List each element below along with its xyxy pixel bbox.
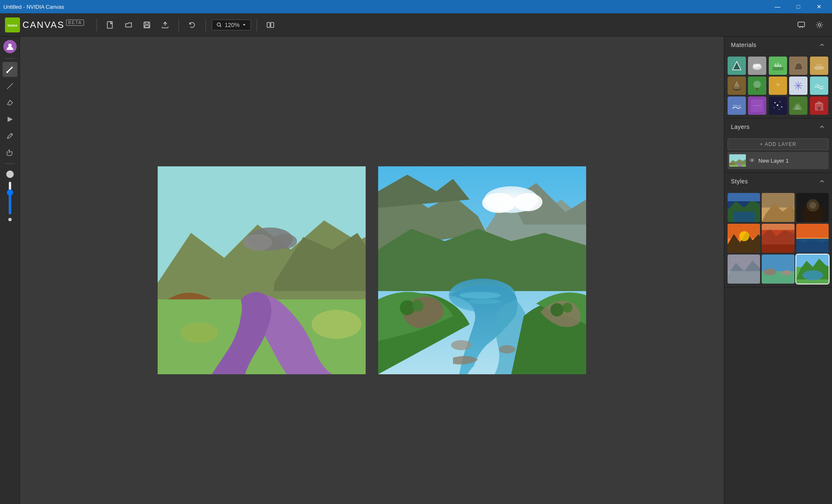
svg-point-11 [8, 44, 12, 47]
materials-collapse-icon [819, 42, 825, 48]
material-snow[interactable] [789, 77, 807, 95]
titlebar: Untitled - NVIDIA Canvas — □ ✕ [0, 0, 832, 13]
chat-button[interactable] [794, 17, 809, 32]
brush-size-slider-container [6, 167, 14, 225]
material-dirt[interactable] [728, 77, 746, 95]
undo-button[interactable] [185, 17, 200, 32]
beta-badge: BETA [66, 20, 84, 26]
titlebar-title: Untitled - NVIDIA Canvas [3, 4, 64, 10]
svg-point-70 [781, 106, 782, 108]
material-desert[interactable] [769, 77, 787, 95]
minimize-button[interactable]: — [768, 0, 787, 13]
material-tree[interactable] [748, 77, 766, 95]
layers-collapse-icon [819, 124, 825, 130]
zoom-value: 120% [225, 22, 240, 28]
styles-title: Styles [731, 178, 748, 185]
svg-point-10 [818, 24, 821, 26]
style-ocean-sunset[interactable] [796, 224, 829, 253]
toolbar: NVIDIA CANVASBETA [0, 13, 832, 37]
styles-collapse-icon [819, 178, 825, 185]
svg-point-56 [753, 81, 761, 88]
maximize-button[interactable]: □ [789, 0, 808, 13]
fill-tool[interactable] [2, 112, 17, 127]
layers-title: Layers [731, 124, 750, 130]
generated-photo-canvas[interactable] [378, 166, 586, 374]
save-button[interactable] [139, 17, 154, 32]
svg-point-67 [780, 101, 780, 102]
eyedropper-tool[interactable] [2, 128, 17, 143]
svg-rect-83 [728, 193, 760, 201]
toolbar-separator-2 [178, 19, 179, 31]
svg-point-46 [757, 64, 761, 67]
svg-marker-75 [815, 101, 823, 104]
material-rock[interactable] [789, 57, 807, 75]
tool-separator-2 [5, 163, 15, 164]
brush-tool[interactable] [2, 62, 17, 77]
style-desert-storm[interactable] [762, 193, 794, 222]
svg-rect-9 [798, 22, 805, 27]
svg-rect-8 [271, 22, 274, 27]
layers-header[interactable]: Layers [724, 119, 832, 135]
left-sidebar [0, 37, 20, 504]
eraser-tool[interactable] [2, 95, 17, 110]
svg-point-90 [810, 202, 816, 209]
styles-header[interactable]: Styles [724, 173, 832, 190]
open-button[interactable] [121, 17, 136, 32]
svg-point-108 [764, 269, 776, 275]
layer-name: New Layer 1 [758, 158, 789, 164]
svg-point-20 [272, 234, 297, 249]
style-mountain-lake[interactable] [728, 193, 760, 222]
layer-item[interactable]: 👁 New Layer 1 [728, 152, 829, 169]
svg-rect-79 [729, 165, 746, 167]
settings-button[interactable] [812, 17, 827, 32]
svg-line-58 [776, 84, 778, 85]
new-button[interactable] [103, 17, 118, 32]
segmentation-canvas[interactable] [158, 166, 366, 374]
layer-thumbnail [729, 154, 746, 167]
svg-rect-2 [107, 22, 112, 28]
close-button[interactable]: ✕ [810, 0, 829, 13]
style-dark-cave[interactable] [796, 193, 829, 222]
line-tool[interactable] [2, 79, 17, 94]
material-water-light[interactable] [810, 77, 828, 95]
title-text: Untitled - NVIDIA Canvas [3, 4, 64, 10]
svg-rect-7 [267, 22, 270, 27]
svg-point-94 [739, 231, 749, 241]
brush-size-slider[interactable] [9, 181, 11, 215]
export-button[interactable] [158, 17, 173, 32]
add-layer-button[interactable]: + ADD LAYER [728, 138, 829, 150]
style-coastal-rocks[interactable] [762, 254, 794, 284]
layer-visibility-icon[interactable]: 👁 [749, 157, 755, 164]
svg-point-69 [774, 107, 775, 108]
materials-header[interactable]: Materials [724, 37, 832, 53]
svg-rect-76 [818, 107, 820, 110]
svg-line-13 [7, 83, 13, 89]
svg-marker-50 [779, 64, 782, 67]
style-sunset-mountain[interactable] [728, 224, 760, 253]
style-alpine-lake[interactable] [796, 254, 829, 284]
toolbar-separator-1 [97, 19, 97, 31]
material-stars[interactable] [769, 96, 787, 115]
compare-button[interactable] [263, 17, 278, 32]
pan-tool[interactable] [2, 145, 17, 160]
material-mountain-peak[interactable] [728, 57, 746, 75]
material-meadow[interactable] [789, 96, 807, 115]
svg-point-113 [802, 270, 823, 280]
style-foggy-mountains[interactable] [728, 254, 760, 284]
material-building[interactable] [810, 96, 828, 115]
brush-size-small[interactable] [8, 218, 12, 221]
svg-marker-55 [734, 82, 740, 89]
user-avatar[interactable] [3, 40, 17, 53]
material-purple-field[interactable] [748, 96, 766, 115]
material-grass[interactable] [769, 57, 787, 75]
material-sand[interactable] [810, 57, 828, 75]
style-red-rocks[interactable] [762, 224, 794, 253]
layers-content: + ADD LAYER 👁 New Layer 1 [724, 135, 832, 173]
brush-size-large[interactable] [6, 170, 14, 178]
svg-rect-85 [762, 193, 794, 208]
main-content: Materials [0, 37, 832, 504]
toolbar-right [794, 17, 827, 32]
material-cloud[interactable] [748, 57, 766, 75]
zoom-control[interactable]: 120% [212, 20, 251, 30]
material-water[interactable] [728, 96, 746, 115]
